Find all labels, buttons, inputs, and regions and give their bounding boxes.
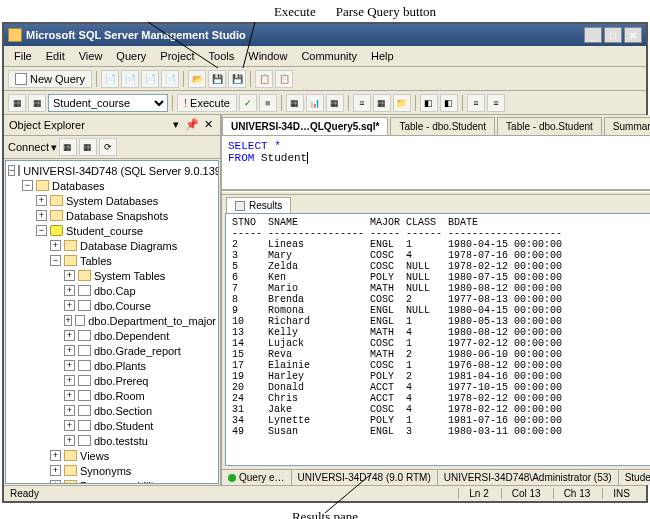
results-grid[interactable]: STNO SNAME MAJOR CLASS BDATE ----- -----… — [225, 213, 650, 466]
save-all-button[interactable]: 💾 — [228, 70, 246, 88]
connect-tb-1[interactable]: ▦ — [59, 138, 77, 156]
expand-icon[interactable]: + — [64, 345, 75, 356]
menu-tools[interactable]: Tools — [203, 48, 241, 64]
document-tab[interactable]: UNIVERSI-34D…QLQuery5.sql* — [222, 117, 388, 135]
expand-icon[interactable]: + — [64, 360, 75, 371]
results-tab[interactable]: Results — [226, 197, 291, 213]
close-button[interactable]: ✕ — [624, 27, 642, 43]
table-node[interactable]: +dbo.Course — [8, 298, 216, 313]
toolbar-btn-db[interactable]: ▦ — [8, 94, 26, 112]
panel-close-icon[interactable]: ✕ — [201, 118, 215, 132]
views-node[interactable]: +Views — [8, 448, 216, 463]
panel-pin-icon[interactable]: 📌 — [185, 118, 199, 132]
server-node[interactable]: −UNIVERSI-34D748 (SQL Server 9.0.1399 - … — [8, 163, 216, 178]
expand-icon[interactable]: + — [50, 450, 61, 461]
expand-icon[interactable]: + — [36, 195, 47, 206]
results-to-text-button[interactable]: ≡ — [353, 94, 371, 112]
toolbar-btn-13[interactable]: ≡ — [487, 94, 505, 112]
table-node[interactable]: +dbo.Dependent — [8, 328, 216, 343]
minimize-button[interactable]: _ — [584, 27, 602, 43]
menu-view[interactable]: View — [73, 48, 109, 64]
expand-icon[interactable]: + — [36, 210, 47, 221]
system-tables-node[interactable]: +System Tables — [8, 268, 216, 283]
table-node[interactable]: +dbo.Student — [8, 418, 216, 433]
student-course-db-node[interactable]: −Student_course — [8, 223, 216, 238]
expand-icon[interactable]: + — [64, 270, 75, 281]
synonyms-node[interactable]: +Synonyms — [8, 463, 216, 478]
app-icon — [8, 28, 22, 42]
toolbar-btn-11[interactable]: ◧ — [440, 94, 458, 112]
expand-icon[interactable]: + — [64, 390, 75, 401]
results-to-grid-button[interactable]: ▦ — [373, 94, 391, 112]
expand-icon[interactable]: + — [64, 435, 75, 446]
connect-tb-2[interactable]: ▦ — [79, 138, 97, 156]
table-node[interactable]: +dbo.Grade_report — [8, 343, 216, 358]
toolbar-btn-12[interactable]: ≡ — [467, 94, 485, 112]
expand-icon[interactable]: − — [22, 180, 33, 191]
databases-node[interactable]: −Databases — [8, 178, 216, 193]
toolbar-btn-6[interactable]: 📋 — [275, 70, 293, 88]
document-tab[interactable]: Summary — [604, 117, 650, 135]
document-tab[interactable]: Table - dbo.Student — [390, 117, 495, 135]
new-query-button[interactable]: New Query — [8, 70, 92, 88]
database-select[interactable]: Student_course — [48, 94, 168, 112]
refresh-button[interactable]: ⟳ — [99, 138, 117, 156]
toolbar-btn-9[interactable]: ▦ — [326, 94, 344, 112]
open-button[interactable]: 📂 — [188, 70, 206, 88]
toolbar-btn-db2[interactable]: ▦ — [28, 94, 46, 112]
maximize-button[interactable]: □ — [604, 27, 622, 43]
toolbar-btn-3[interactable]: 📄 — [141, 70, 159, 88]
menu-query[interactable]: Query — [110, 48, 152, 64]
toolbar-btn-2[interactable]: 📄 — [121, 70, 139, 88]
expand-icon[interactable]: − — [50, 255, 61, 266]
expand-icon[interactable]: + — [50, 465, 61, 476]
execute-button[interactable]: ! Execute — [177, 94, 237, 112]
toolbar-btn-10[interactable]: ◧ — [420, 94, 438, 112]
table-node[interactable]: +dbo.Prereq — [8, 373, 216, 388]
toolbar-btn-1[interactable]: 📄 — [101, 70, 119, 88]
menu-edit[interactable]: Edit — [40, 48, 71, 64]
connect-dropdown-icon[interactable]: ▾ — [51, 141, 57, 154]
table-node[interactable]: +dbo.Room — [8, 388, 216, 403]
database-snapshots-node[interactable]: +Database Snapshots — [8, 208, 216, 223]
table-node[interactable]: +dbo.teststu — [8, 433, 216, 448]
expand-icon[interactable]: + — [64, 315, 72, 326]
expand-icon[interactable]: + — [64, 300, 75, 311]
parse-query-button[interactable]: ✓ — [239, 94, 257, 112]
expand-icon[interactable]: − — [36, 225, 47, 236]
connect-button[interactable]: Connect — [8, 141, 49, 153]
cancel-query-button[interactable]: ■ — [259, 94, 277, 112]
tables-node[interactable]: −Tables — [8, 253, 216, 268]
menu-project[interactable]: Project — [154, 48, 200, 64]
toolbar-separator — [415, 95, 416, 111]
document-tab[interactable]: Table - dbo.Student — [497, 117, 602, 135]
save-button[interactable]: 💾 — [208, 70, 226, 88]
prog-node[interactable]: +Programmability — [8, 478, 216, 484]
expand-icon[interactable]: + — [64, 285, 75, 296]
table-node[interactable]: +dbo.Department_to_major — [8, 313, 216, 328]
expand-icon[interactable]: + — [64, 420, 75, 431]
menu-file[interactable]: File — [8, 48, 38, 64]
expand-icon[interactable]: + — [64, 330, 75, 341]
query-editor[interactable]: SELECT * FROM Student — [222, 136, 650, 191]
system-databases-node[interactable]: +System Databases — [8, 193, 216, 208]
object-explorer-tree[interactable]: −UNIVERSI-34D748 (SQL Server 9.0.1399 - … — [5, 160, 219, 484]
table-node[interactable]: +dbo.Plants — [8, 358, 216, 373]
toolbar-btn-4[interactable]: 📄 — [161, 70, 179, 88]
results-to-file-button[interactable]: 📁 — [393, 94, 411, 112]
panel-dropdown-icon[interactable]: ▾ — [169, 118, 183, 132]
table-node[interactable]: +dbo.Cap — [8, 283, 216, 298]
menu-help[interactable]: Help — [365, 48, 400, 64]
menu-window[interactable]: Window — [242, 48, 293, 64]
expand-icon[interactable]: − — [8, 165, 15, 176]
database-diagrams-node[interactable]: +Database Diagrams — [8, 238, 216, 253]
expand-icon[interactable]: + — [64, 405, 75, 416]
expand-icon[interactable]: + — [64, 375, 75, 386]
expand-icon[interactable]: + — [50, 480, 61, 484]
menu-community[interactable]: Community — [295, 48, 363, 64]
expand-icon[interactable]: + — [50, 240, 61, 251]
table-node[interactable]: +dbo.Section — [8, 403, 216, 418]
toolbar-btn-8[interactable]: 📊 — [306, 94, 324, 112]
toolbar-btn-5[interactable]: 📋 — [255, 70, 273, 88]
toolbar-btn-7[interactable]: ▦ — [286, 94, 304, 112]
